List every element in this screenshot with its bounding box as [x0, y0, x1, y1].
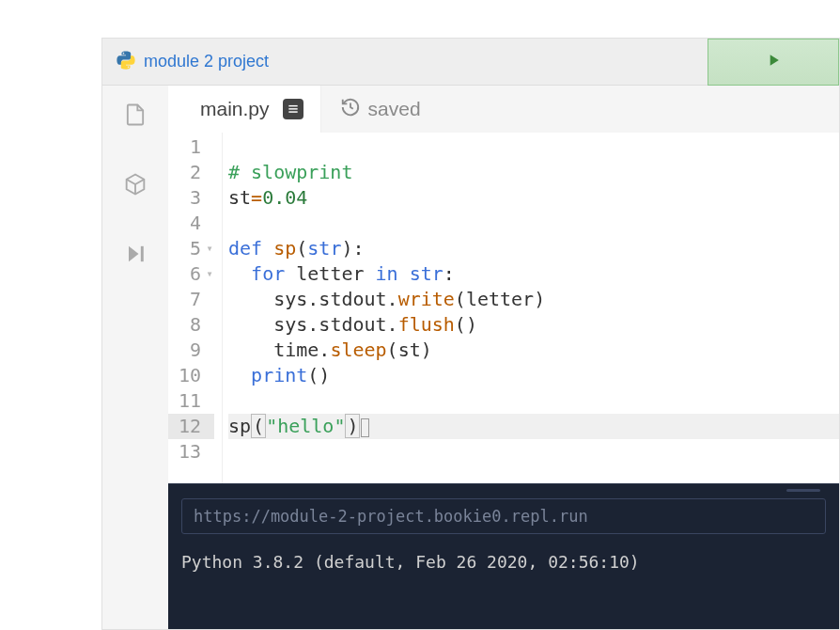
line-number: 6▾: [168, 261, 214, 287]
line-number: 3: [168, 185, 214, 211]
tabs-row: main.py saved: [168, 86, 839, 133]
file-tab-label: main.py: [200, 98, 270, 120]
ide-panel: module 2 project main.py: [101, 38, 840, 630]
code-line[interactable]: print(): [228, 363, 839, 388]
code-line[interactable]: [228, 211, 839, 236]
line-number: 13: [168, 439, 214, 465]
code-lines[interactable]: # slowprintst=0.04def sp(str): for lette…: [223, 133, 839, 483]
svg-rect-0: [141, 246, 144, 261]
cursor: [361, 418, 369, 437]
play-icon: [764, 51, 783, 73]
code-line[interactable]: for letter in str:: [228, 261, 839, 287]
terminal-output[interactable]: Python 3.8.2 (default, Feb 26 2020, 02:5…: [168, 545, 839, 579]
code-line[interactable]: sp("hello"): [228, 414, 839, 439]
terminal-resize-handle[interactable]: [168, 483, 839, 496]
project-title[interactable]: module 2 project: [116, 50, 269, 74]
svg-rect-2: [288, 108, 297, 109]
terminal-panel: https://module-2-project.bookie0.repl.ru…: [168, 483, 839, 629]
packages-icon[interactable]: [119, 168, 151, 200]
tab-menu-icon[interactable]: [283, 99, 303, 119]
code-line[interactable]: sys.stdout.flush(): [228, 312, 839, 338]
line-number: 4: [168, 211, 214, 236]
line-number: 11: [168, 388, 214, 414]
code-line[interactable]: [228, 439, 839, 465]
line-number: 9: [168, 338, 214, 363]
header-bar: module 2 project: [102, 39, 839, 86]
file-tab[interactable]: main.py: [168, 86, 321, 133]
svg-rect-1: [288, 105, 297, 106]
line-number: 1: [168, 134, 214, 160]
python-icon: [116, 50, 136, 74]
code-editor[interactable]: 12345▾6▾78910111213 # slowprintst=0.04de…: [168, 133, 839, 483]
saved-label: saved: [368, 98, 421, 120]
code-line[interactable]: # slowprint: [228, 160, 839, 185]
history-icon: [340, 97, 361, 122]
terminal-line: Python 3.8.2 (default, Feb 26 2020, 02:5…: [181, 549, 826, 575]
code-line[interactable]: time.sleep(st): [228, 338, 839, 363]
left-sidebar: [102, 86, 168, 629]
line-number: 7: [168, 287, 214, 312]
line-number: 10: [168, 363, 214, 388]
project-name-label: module 2 project: [144, 52, 269, 71]
body-row: main.py saved 12345▾6▾78910111213 # slow…: [102, 86, 839, 629]
code-line[interactable]: [228, 388, 839, 414]
line-number: 8: [168, 312, 214, 338]
editor-area: main.py saved 12345▾6▾78910111213 # slow…: [168, 86, 839, 629]
terminal-url-text: https://module-2-project.bookie0.repl.ru…: [194, 507, 588, 526]
code-line[interactable]: [228, 134, 839, 160]
debugger-icon[interactable]: [119, 238, 151, 270]
code-line[interactable]: st=0.04: [228, 185, 839, 211]
line-number: 5▾: [168, 236, 214, 261]
line-number: 2: [168, 160, 214, 185]
run-button[interactable]: [708, 39, 839, 86]
svg-rect-3: [288, 111, 297, 112]
code-line[interactable]: def sp(str):: [228, 236, 839, 261]
terminal-url-input[interactable]: https://module-2-project.bookie0.repl.ru…: [181, 498, 826, 534]
saved-status: saved: [321, 97, 421, 122]
line-number: 12: [168, 414, 214, 439]
line-gutter: 12345▾6▾78910111213: [168, 133, 223, 483]
files-icon[interactable]: [119, 99, 151, 131]
code-line[interactable]: sys.stdout.write(letter): [228, 287, 839, 312]
